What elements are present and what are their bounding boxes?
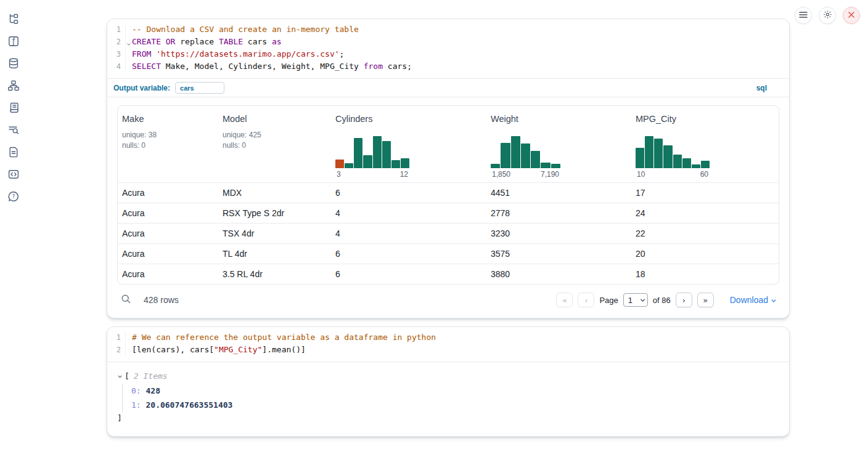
- sql-code-lines: 1-- Download a CSV and create an in-memo…: [107, 23, 789, 73]
- language-badge: sql: [756, 84, 767, 92]
- menu-button[interactable]: [795, 7, 812, 24]
- search-button[interactable]: [121, 294, 131, 306]
- tree-root: [ 2 Items: [117, 370, 779, 382]
- table-cell: 4: [331, 229, 486, 238]
- dependency-graph-icon: [7, 79, 20, 94]
- code-text: FROM 'https://datasets.marimo.app/cars.c…: [126, 48, 344, 60]
- column-stats: unique: 38nulls: 0: [122, 130, 218, 151]
- next-page-button[interactable]: ›: [676, 293, 692, 307]
- code-line: 4SELECT Make, Model, Cylinders, Weight, …: [107, 60, 789, 73]
- tree-items-count: 2 Items: [134, 370, 168, 382]
- notebook: 1-- Download a CSV and create an in-memo…: [107, 18, 790, 437]
- table-row[interactable]: Acura3.5 RL 4dr6388018: [118, 264, 779, 284]
- download-label: Download: [730, 295, 768, 305]
- table-cell: 3230: [486, 229, 631, 238]
- column-header-mpg_city[interactable]: MPG_City1060: [631, 106, 779, 182]
- histogram-mpg_city[interactable]: 1060: [636, 136, 710, 179]
- table-cell: 22: [631, 229, 779, 238]
- histogram-bar: [521, 144, 530, 168]
- code-text: CREATE OR replace TABLE cars as: [126, 36, 282, 48]
- tree-entry: 0: 428: [131, 384, 779, 398]
- table-cell: 17: [631, 188, 779, 198]
- histogram-bar: [335, 160, 344, 168]
- column-header-weight[interactable]: Weight1,8507,190: [486, 106, 631, 182]
- sidebar-item-documentation[interactable]: [7, 147, 20, 159]
- python-code-editor[interactable]: 1# We can reference the output variable …: [107, 327, 789, 362]
- code-text: -- Download a CSV and create an in-memor…: [126, 23, 359, 36]
- histogram-bar: [663, 145, 672, 168]
- topbar: [795, 7, 860, 24]
- table-row[interactable]: AcuraTL 4dr6357520: [118, 243, 779, 264]
- sidebar-item-datasources[interactable]: [7, 58, 20, 70]
- line-number: 2: [107, 36, 126, 48]
- sidebar-item-logs[interactable]: [7, 124, 20, 137]
- output-variable-input[interactable]: [175, 82, 224, 94]
- sql-code-editor[interactable]: 1-- Download a CSV and create an in-memo…: [107, 19, 789, 78]
- page-select[interactable]: 1: [623, 293, 648, 307]
- sidebar-item-dependency-graph[interactable]: [7, 80, 20, 92]
- table-row[interactable]: AcuraTSX 4dr4323022: [118, 223, 779, 243]
- histogram-bar: [501, 143, 510, 168]
- last-page-button[interactable]: »: [697, 293, 714, 307]
- previous-page-button[interactable]: ‹: [578, 293, 594, 307]
- row-count: 428 rows: [144, 295, 179, 305]
- table-cell: 24: [631, 208, 779, 218]
- close-button[interactable]: [843, 7, 860, 24]
- documentation-icon: [7, 146, 20, 160]
- sidebar: ƒ ?: [0, 0, 27, 449]
- column-header-make[interactable]: Makeunique: 38nulls: 0: [118, 106, 218, 182]
- sidebar-item-scratchpad[interactable]: [7, 102, 20, 115]
- line-number: 1: [107, 23, 126, 36]
- sidebar-item-snippets[interactable]: [7, 169, 20, 181]
- histogram-bar: [701, 161, 710, 168]
- column-header-cylinders[interactable]: Cylinders312: [331, 106, 486, 182]
- table-row[interactable]: AcuraMDX6445117: [118, 182, 779, 203]
- tree-close-bracket: ]: [117, 412, 779, 424]
- table-cell: 20: [631, 249, 779, 259]
- scratchpad-icon: [7, 102, 20, 116]
- first-page-button[interactable]: «: [556, 293, 573, 307]
- tree-entry-value: 20.060747663551403: [145, 400, 232, 410]
- tree-open-bracket: [: [125, 370, 129, 382]
- output-variable-label: Output variable:: [113, 84, 170, 92]
- svg-text:?: ?: [12, 193, 15, 200]
- code-line: 1-- Download a CSV and create an in-memo…: [107, 23, 789, 36]
- table-cell: 6: [331, 269, 486, 279]
- histogram-axis-labels: 1060: [636, 170, 710, 179]
- download-button[interactable]: Download: [730, 295, 777, 305]
- tree-entry: 1: 20.060747663551403: [131, 398, 779, 412]
- histogram-cylinders[interactable]: 312: [335, 136, 409, 179]
- table-cell: Acura: [118, 269, 218, 279]
- table-cell: 2778: [486, 208, 631, 218]
- column-name: Cylinders: [335, 114, 486, 124]
- code-text: [len(cars), cars["MPG_City"].mean()]: [126, 344, 306, 356]
- table-cell: Acura: [118, 188, 218, 198]
- sidebar-item-variables[interactable]: ƒ: [7, 36, 20, 48]
- chevrons-right-icon: »: [703, 296, 708, 305]
- tree-collapse-chevron-icon[interactable]: [117, 374, 123, 379]
- histogram-bar: [491, 164, 500, 168]
- python-code-lines: 1# We can reference the output variable …: [107, 331, 789, 356]
- table-body: AcuraMDX6445117AcuraRSX Type S 2dr427782…: [118, 182, 779, 284]
- table-cell: TSX 4dr: [218, 229, 331, 238]
- logs-icon: [7, 124, 20, 138]
- histogram-bar: [673, 155, 682, 168]
- histogram-weight[interactable]: 1,8507,190: [491, 136, 560, 179]
- histogram-bar: [345, 163, 353, 168]
- table-footer: 428 rows « ‹ Page 1 of 86 › »: [117, 291, 779, 309]
- sidebar-item-file-tree[interactable]: [7, 14, 20, 26]
- fold-chevron-icon[interactable]: [126, 38, 131, 51]
- column-name: Make: [122, 114, 218, 124]
- histogram-axis-labels: 312: [335, 170, 409, 179]
- table-row[interactable]: AcuraRSX Type S 2dr4277824: [118, 203, 779, 223]
- code-text: SELECT Make, Model, Cylinders, Weight, M…: [126, 60, 412, 73]
- data-table: Makeunique: 38nulls: 0Modelunique: 425nu…: [117, 105, 779, 285]
- sidebar-item-help[interactable]: ?: [7, 191, 20, 203]
- code-line: 1# We can reference the output variable …: [107, 331, 789, 344]
- table-cell: Acura: [118, 249, 218, 259]
- table-cell: 6: [331, 249, 486, 259]
- settings-button[interactable]: [819, 7, 836, 24]
- histogram-bars: [335, 136, 409, 168]
- histogram-bar: [373, 136, 382, 168]
- column-header-model[interactable]: Modelunique: 425nulls: 0: [218, 106, 331, 182]
